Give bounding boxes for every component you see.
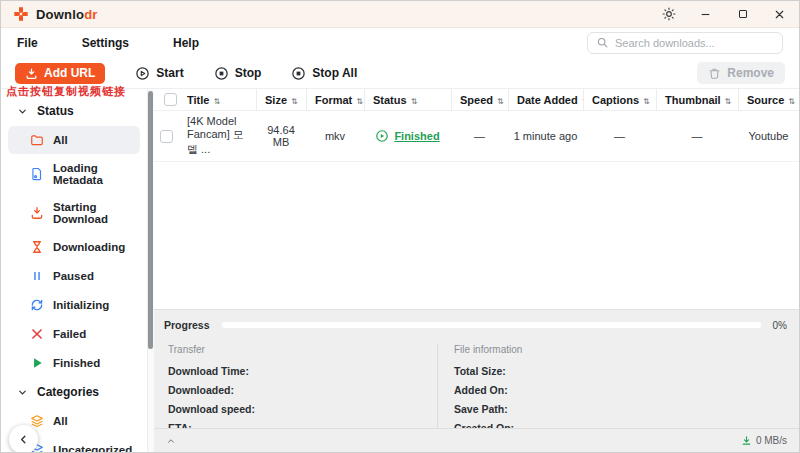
progress-percent: 0% — [773, 320, 787, 331]
theme-toggle-icon[interactable] — [661, 7, 676, 22]
column-speed[interactable]: Speed — [451, 89, 508, 110]
select-all-checkbox[interactable] — [154, 89, 179, 110]
app-title: Downlodr — [36, 7, 98, 22]
menu-help[interactable]: Help — [173, 36, 199, 50]
column-thumbnail[interactable]: Thumbnail — [656, 89, 738, 110]
folder-icon — [30, 133, 44, 147]
global-speed: 0 MB/s — [756, 435, 787, 446]
x-icon — [30, 327, 44, 341]
download-icon — [30, 206, 44, 220]
stack-icon — [30, 414, 44, 428]
chevron-up-icon[interactable] — [166, 436, 176, 446]
cell-speed: — — [451, 111, 508, 161]
cell-size: 94.64 MB — [256, 111, 306, 161]
hourglass-icon — [30, 240, 44, 254]
sidebar-section-categories[interactable]: Categories — [1, 378, 147, 406]
sidebar-item-loading-metadata[interactable]: Loading Metadata — [8, 155, 140, 193]
stop-circle-icon — [291, 66, 306, 81]
scrollbar-thumb[interactable] — [148, 91, 153, 349]
sidebar: Status All Loading Metadata Starting Dow… — [1, 89, 148, 452]
sort-icon — [643, 94, 650, 106]
cell-source: Youtube — [738, 111, 799, 161]
details-panel: Progress 0% Transfer Download Time: Down… — [154, 309, 799, 428]
sort-icon — [213, 94, 220, 106]
file-info-section-title: File information — [454, 344, 787, 355]
status-bar: 0 MB/s — [154, 428, 799, 452]
app-window: Downlodr File Settings Help — [0, 0, 800, 453]
sidebar-item-paused[interactable]: Paused — [8, 262, 140, 290]
menubar: File Settings Help — [1, 28, 799, 58]
sort-icon — [725, 94, 732, 106]
download-speed-label: Download speed: — [168, 402, 437, 416]
total-size-label: Total Size: — [454, 364, 787, 378]
sort-icon — [411, 94, 418, 106]
sidebar-section-status[interactable]: Status — [1, 97, 147, 125]
stop-all-button[interactable]: Stop All — [291, 66, 357, 81]
add-url-button[interactable]: Add URL — [15, 63, 105, 84]
stop-circle-icon — [214, 66, 229, 81]
download-tray-icon — [25, 67, 38, 80]
cell-date-added: 1 minute ago — [508, 111, 583, 161]
cell-thumbnail: — — [656, 111, 738, 161]
column-captions[interactable]: Captions — [583, 89, 656, 110]
progress-label: Progress — [164, 319, 210, 331]
sidebar-item-all-status[interactable]: All — [8, 126, 140, 154]
chevron-down-icon — [17, 106, 28, 117]
table-header: Title Size Format Status Speed Date Adde… — [154, 89, 799, 111]
close-icon[interactable] — [772, 7, 787, 22]
trash-icon — [708, 67, 721, 80]
column-source[interactable]: Source — [738, 89, 799, 110]
play-icon — [30, 356, 44, 370]
column-size[interactable]: Size — [256, 89, 306, 110]
table-row[interactable]: [4K Model Fancam] 모델 ... 94.64 MB mkv Fi… — [154, 111, 799, 162]
play-circle-green-icon — [375, 129, 389, 143]
app-logo-icon — [13, 6, 29, 22]
sort-icon — [356, 94, 363, 106]
chevron-left-icon — [17, 433, 30, 446]
transfer-section-title: Transfer — [168, 344, 437, 355]
status-finished-link[interactable]: Finished — [394, 130, 439, 142]
save-path-label: Save Path: — [454, 402, 787, 416]
stop-button[interactable]: Stop — [214, 66, 262, 81]
titlebar: Downlodr — [1, 1, 799, 28]
added-on-label: Added On: — [454, 383, 787, 397]
sort-icon — [291, 94, 298, 106]
sidebar-item-starting-download[interactable]: Starting Download — [8, 194, 140, 232]
cell-captions: — — [583, 111, 656, 161]
minimize-icon[interactable] — [698, 7, 713, 22]
chevron-down-icon — [17, 387, 28, 398]
download-arrow-icon — [741, 435, 752, 446]
sync-icon — [30, 298, 44, 312]
remove-button[interactable]: Remove — [697, 62, 785, 84]
sidebar-collapse-button[interactable] — [9, 425, 38, 453]
sidebar-item-finished[interactable]: Finished — [8, 349, 140, 377]
download-time-label: Download Time: — [168, 364, 437, 378]
sidebar-item-initializing[interactable]: Initializing — [8, 291, 140, 319]
sidebar-scrollbar[interactable] — [148, 89, 154, 452]
cell-title: [4K Model Fancam] 모델 ... — [179, 111, 256, 161]
maximize-icon[interactable] — [735, 7, 750, 22]
cell-format: mkv — [306, 111, 364, 161]
play-circle-icon — [135, 66, 150, 81]
menu-settings[interactable]: Settings — [82, 36, 129, 50]
sort-icon — [497, 94, 504, 106]
copy-link-tip: 点击按钮复制视频链接 — [6, 84, 126, 99]
column-status[interactable]: Status — [364, 89, 451, 110]
column-title[interactable]: Title — [179, 89, 256, 110]
sidebar-item-failed[interactable]: Failed — [8, 320, 140, 348]
menu-file[interactable]: File — [17, 36, 38, 50]
progress-bar — [222, 322, 761, 328]
search-icon — [596, 36, 609, 49]
pause-icon — [30, 269, 44, 283]
file-icon — [30, 167, 44, 181]
column-date-added[interactable]: Date Added — [508, 89, 583, 110]
start-button[interactable]: Start — [135, 66, 183, 81]
sort-icon — [788, 94, 795, 106]
cell-status: Finished — [364, 111, 451, 161]
search-box[interactable] — [587, 32, 783, 54]
column-format[interactable]: Format — [306, 89, 364, 110]
downloads-table: Title Size Format Status Speed Date Adde… — [154, 89, 799, 309]
sidebar-item-downloading[interactable]: Downloading — [8, 233, 140, 261]
search-input[interactable] — [615, 37, 774, 49]
row-checkbox[interactable] — [154, 111, 179, 161]
